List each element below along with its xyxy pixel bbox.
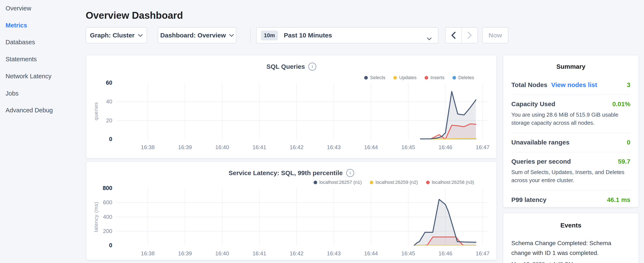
legend-label: localhost:26257 (n1) [319,180,362,185]
x-tick-label: 16:47 [470,144,496,151]
y-axis: 0200400600800 [86,188,114,245]
summary-row-value: 3 [627,81,630,89]
chevron-down-icon [138,34,143,37]
summary-row-label: Capacity Used [511,100,555,108]
graph-dropdown[interactable]: Graph: Cluster [86,27,147,43]
summary-row-p99-latency: P99 latency 46.1 ms [511,190,630,209]
chart-legend: localhost:26257 (n1)localhost:26259 (n2)… [314,180,474,185]
chevron-down-icon [427,35,432,42]
legend-item[interactable]: Deletes [452,75,474,80]
y-axis: 0204060 [86,83,114,139]
now-button[interactable]: Now [482,27,508,43]
summary-row-description: Sum of Selects, Updates, Inserts, and De… [511,168,630,184]
x-tick-label: 16:44 [358,250,384,257]
legend-item[interactable]: localhost:26257 (n1) [314,180,362,185]
legend-dot-icon [370,181,373,184]
chart-plot-area[interactable] [116,83,487,139]
legend-label: localhost:26259 (n2) [376,180,418,185]
y-tick-label: 400 [87,214,112,220]
sidebar-item-jobs[interactable]: Jobs [6,89,18,98]
events-title: Events [503,222,638,229]
x-tick-label: 16:39 [172,250,198,257]
sql-queries-chart-card: SQL Queries i SelectsUpdatesInsertsDelet… [86,55,497,158]
x-tick-label: 16:46 [433,250,458,257]
x-tick-label: 16:38 [135,144,160,151]
sidebar-item-advanced-debug[interactable]: Advanced Debug [6,106,53,115]
events-panel: Events Schema Change Completed: Schema c… [503,213,639,263]
legend-item[interactable]: Updates [393,75,416,80]
summary-row-value: 0 [627,139,630,146]
y-tick-label: 60 [87,80,112,86]
x-tick-label: 16:38 [135,250,160,257]
summary-row-capacity-used: Capacity Used 0.01% You are using 28.6 M… [511,95,630,133]
time-back-button[interactable] [446,28,461,43]
event-item[interactable]: Schema Change Completed: Schema change w… [511,238,630,263]
dashboard-dropdown[interactable]: Dashboard: Overview [158,27,236,43]
legend-dot-icon [424,76,428,80]
x-tick-label: 16:44 [358,144,384,151]
time-forward-button[interactable] [461,28,478,43]
graph-dropdown-label: Graph: Cluster [90,32,134,39]
info-icon[interactable]: i [308,63,316,71]
chart-title: SQL Queries [266,63,305,70]
summary-row-total-nodes: Total Nodes View nodes list 3 [511,76,630,95]
x-tick-label: 16:42 [284,144,309,151]
y-tick-label: 0 [87,136,112,143]
event-message: Schema Change Completed: Schema change w… [511,238,630,258]
legend-dot-icon [314,181,317,184]
y-tick-label: 800 [87,185,112,191]
sidebar-item-overview[interactable]: Overview [6,4,31,13]
summary-row-value: 46.1 ms [607,196,630,203]
sidebar-item-databases[interactable]: Databases [6,38,35,47]
legend-item[interactable]: Inserts [424,75,444,80]
now-button-label: Now [488,32,502,39]
x-tick-label: 16:40 [210,144,235,151]
time-range-label: Past 10 Minutes [284,32,332,39]
sidebar-item-network-latency[interactable]: Network Latency [6,72,52,81]
dashboard-dropdown-label: Dashboard: Overview [160,32,226,39]
legend-item[interactable]: localhost:26259 (n2) [370,180,418,185]
sidebar-item-metrics[interactable]: Metrics [6,21,27,30]
sidebar-item-statements[interactable]: Statements [6,55,37,64]
x-tick-label: 16:40 [210,250,235,257]
legend-dot-icon [364,76,368,80]
x-axis: 16:3816:3916:4016:4116:4216:4316:4416:45… [116,142,487,151]
y-tick-label: 0 [87,242,112,249]
view-nodes-list-link[interactable]: View nodes list [551,81,597,89]
time-range-picker[interactable]: 10m Past 10 Minutes [256,27,438,43]
time-step-buttons [445,27,478,43]
x-tick-label: 16:45 [396,144,421,151]
chevron-down-icon [229,34,234,37]
page-title: Overview Dashboard [86,10,183,21]
summary-row-description: You are using 28.6 MiB of 515.9 GiB usab… [511,111,630,127]
x-tick-label: 16:43 [321,144,346,151]
x-tick-label: 16:42 [284,250,309,257]
legend-dot-icon [452,76,456,80]
summary-title: Summary [503,63,638,70]
chart-legend: SelectsUpdatesInsertsDeletes [364,75,474,80]
legend-dot-icon [426,181,430,184]
info-icon[interactable]: i [346,169,354,177]
chevron-left-icon [451,31,456,40]
legend-item[interactable]: Selects [364,75,385,80]
y-tick-label: 20 [87,117,112,124]
summary-row-queries-per-second: Queries per second 59.7 Sum of Selects, … [511,152,630,190]
sidebar: Overview Metrics Databases Statements Ne… [0,0,85,263]
service-latency-chart-card: Service Latency: SQL, 99th percentile i … [86,161,497,260]
x-axis: 16:3816:3916:4016:4116:4216:4316:4416:45… [116,248,487,257]
summary-panel: Summary Total Nodes View nodes list 3 Ca… [503,55,639,207]
summary-row-label: Unavailable ranges [511,139,569,146]
summary-row-value: 59.7 [618,158,630,165]
x-tick-label: 16:46 [433,144,458,151]
legend-label: localhost:26258 (n3) [432,180,474,185]
chevron-right-icon [467,31,472,40]
time-range-badge: 10m [261,31,278,41]
x-tick-label: 16:41 [247,144,272,151]
event-timestamp: May 13, 2020 at 4:45 PM [511,261,630,263]
legend-item[interactable]: localhost:26258 (n3) [426,180,474,185]
y-tick-label: 200 [87,228,112,234]
legend-label: Selects [370,75,385,80]
chart-plot-area[interactable] [116,188,487,245]
x-tick-label: 16:45 [396,250,421,257]
x-tick-label: 16:47 [470,250,496,257]
